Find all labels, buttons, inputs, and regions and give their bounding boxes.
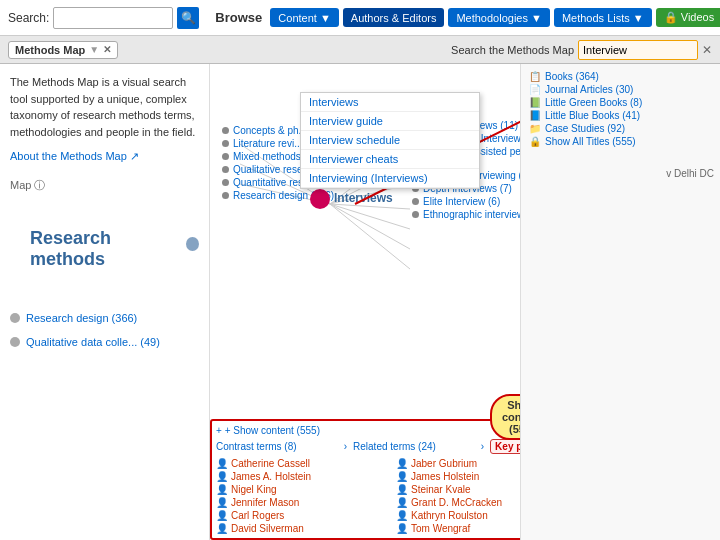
methods-bar-right: Search the Methods Map ✕ — [451, 40, 712, 60]
right-panel-footer: v Delhi DC — [527, 168, 714, 179]
suggestion-interviewing[interactable]: Interviewing (Interviews) — [301, 169, 479, 188]
person-steinar-kvale[interactable]: 👤 Steinar Kvale — [396, 484, 520, 495]
qualitative-research-dot — [222, 166, 229, 173]
elite-label: Elite Interview (6) — [423, 196, 500, 207]
person-name-7: Jennifer Mason — [231, 497, 299, 508]
map-area: Concepts & ph... Literature revi... Mixe… — [210, 64, 520, 540]
map-indicator: Map ⓘ — [10, 179, 45, 191]
person-name-1: Catherine Cassell — [231, 458, 310, 469]
person-jennifer-mason[interactable]: 👤 Jennifer Mason — [216, 497, 394, 508]
green-books-label: Little Green Books (8) — [545, 97, 642, 108]
interviews-node-label: Interviews — [334, 191, 393, 205]
show-content-button-map[interactable]: Show content (555) — [490, 394, 520, 440]
browse-label: Browse — [215, 10, 262, 25]
methods-map-tab-label: Methods Map — [15, 44, 85, 56]
person-tom-wengraf[interactable]: 👤 Tom Wengraf — [396, 523, 520, 534]
key-people-highlight-btn[interactable]: Key people (12) — [490, 439, 520, 454]
elite-interview-item[interactable]: Elite Interview (6) — [410, 195, 520, 208]
concepts-dot — [222, 127, 229, 134]
qualitative-data-label: Qualitative data colle... (49) — [26, 336, 160, 348]
svg-line-5 — [330, 204, 410, 249]
contrast-terms-label: Contrast terms (8) — [216, 441, 297, 452]
methods-search-clear-icon[interactable]: ✕ — [702, 43, 712, 57]
methodologies-button[interactable]: Methodologies ▼ — [448, 8, 550, 27]
person-icon-9: 👤 — [216, 510, 228, 521]
research-design-dot2 — [222, 192, 229, 199]
search-suggestions-dropdown: Interviews Interview guide Interview sch… — [300, 92, 480, 189]
person-name-2: Jaber Gubrium — [411, 458, 477, 469]
literature-dot — [222, 140, 229, 147]
methods-map-bar: Methods Map ▼ ✕ Search the Methods Map ✕ — [0, 36, 720, 64]
bottom-left-panel: + + Show content (555) Contrast terms (8… — [210, 419, 520, 540]
books-label: Books (364) — [545, 71, 599, 82]
about-methods-map-link[interactable]: About the Methods Map ↗ — [10, 150, 199, 163]
person-nigel-king[interactable]: 👤 Nigel King — [216, 484, 394, 495]
methods-map-tab[interactable]: Methods Map ▼ ✕ — [8, 41, 118, 59]
show-content-action[interactable]: + + Show content (555) — [216, 425, 320, 436]
person-david-silverman[interactable]: 👤 David Silverman — [216, 523, 394, 534]
person-icon-7: 👤 — [216, 497, 228, 508]
person-jaber-gubrium[interactable]: 👤 Jaber Gubrium — [396, 458, 520, 469]
videos-button[interactable]: 🔒 Videos — [656, 8, 720, 27]
elite-dot — [412, 198, 419, 205]
research-design-label: Research design (366) — [26, 312, 137, 324]
suggestion-interview-schedule[interactable]: Interview schedule — [301, 131, 479, 150]
person-icon-2: 👤 — [396, 458, 408, 469]
ethnographic-interviews-item[interactable]: Ethnographic interviews (56) — [410, 208, 520, 221]
contrast-terms-row[interactable]: Contrast terms (8) › — [216, 439, 347, 454]
person-grant-mccracken[interactable]: 👤 Grant D. McCracken — [396, 497, 520, 508]
show-content-area: Show content (555) — [490, 394, 520, 440]
person-name-11: David Silverman — [231, 523, 304, 534]
research-methods-label: Research methods — [30, 228, 178, 270]
search-label: Search: — [8, 11, 49, 25]
svg-line-6 — [330, 204, 410, 269]
books-item[interactable]: 📋 Books (364) — [527, 70, 714, 83]
journal-icon: 📄 — [529, 84, 541, 95]
case-studies-icon: 📁 — [529, 123, 541, 134]
show-all-label: Show All Titles (555) — [545, 136, 636, 147]
person-kathryn-roulston[interactable]: 👤 Kathryn Roulston — [396, 510, 520, 521]
suggestion-interviewer-cheats[interactable]: Interviewer cheats — [301, 150, 479, 169]
person-catherine-cassell[interactable]: 👤 Catherine Cassell — [216, 458, 394, 469]
little-green-books-item[interactable]: 📗 Little Green Books (8) — [527, 96, 714, 109]
show-all-titles-item[interactable]: 🔒 Show All Titles (555) — [527, 135, 714, 148]
research-design-node[interactable]: Research design (366) — [10, 310, 199, 326]
right-panel: 📋 Books (364) 📄 Journal Articles (30) 📗 … — [520, 64, 720, 540]
search-button[interactable]: 🔍 — [177, 7, 199, 29]
nav-buttons: Content ▼ Authors & Editors Methodologie… — [270, 8, 720, 27]
quantitative-research-dot — [222, 179, 229, 186]
authors-editors-button[interactable]: Authors & Editors — [343, 8, 445, 27]
person-name-10: Kathryn Roulston — [411, 510, 488, 521]
related-terms-row[interactable]: Related terms (24) › — [353, 439, 484, 454]
person-name-5: Nigel King — [231, 484, 277, 495]
interviews-node-dot[interactable] — [310, 189, 330, 209]
suggestion-interviews[interactable]: Interviews — [301, 93, 479, 112]
qualitative-data-dot — [10, 337, 20, 347]
case-studies-label: Case Studies (92) — [545, 123, 625, 134]
suggestion-interview-guide[interactable]: Interview guide — [301, 112, 479, 131]
search-input[interactable] — [53, 7, 173, 29]
person-name-9: Carl Rogers — [231, 510, 284, 521]
case-studies-item[interactable]: 📁 Case Studies (92) — [527, 122, 714, 135]
left-panel: The Methods Map is a visual search tool … — [0, 64, 210, 540]
literature-label: Literature revi... — [233, 138, 302, 149]
left-panel-nodes: Research design (366) Qualitative data c… — [10, 310, 199, 350]
methods-lists-button[interactable]: Methods Lists ▼ — [554, 8, 652, 27]
term-rows: Contrast terms (8) › Related terms (24) … — [216, 439, 520, 454]
journal-articles-item[interactable]: 📄 Journal Articles (30) — [527, 83, 714, 96]
qualitative-data-node[interactable]: Qualitative data colle... (49) — [10, 334, 199, 350]
person-james-holstein[interactable]: 👤 James A. Holstein — [216, 471, 394, 482]
little-blue-books-item[interactable]: 📘 Little Blue Books (41) — [527, 109, 714, 122]
content-button[interactable]: Content ▼ — [270, 8, 338, 27]
person-icon-8: 👤 — [396, 497, 408, 508]
person-carl-rogers[interactable]: 👤 Carl Rogers — [216, 510, 394, 521]
person-icon-12: 👤 — [396, 523, 408, 534]
methods-map-close-icon[interactable]: ✕ — [103, 44, 111, 55]
search-area: Search: 🔍 — [8, 7, 199, 29]
bottom-actions: + + Show content (555) — [216, 425, 520, 436]
person-james-holstein-2[interactable]: 👤 James Holstein — [396, 471, 520, 482]
person-icon-1: 👤 — [216, 458, 228, 469]
top-navigation: Search: 🔍 Browse Content ▼ Authors & Edi… — [0, 0, 720, 36]
methods-search-input[interactable] — [578, 40, 698, 60]
show-all-icon: 🔒 — [529, 136, 541, 147]
